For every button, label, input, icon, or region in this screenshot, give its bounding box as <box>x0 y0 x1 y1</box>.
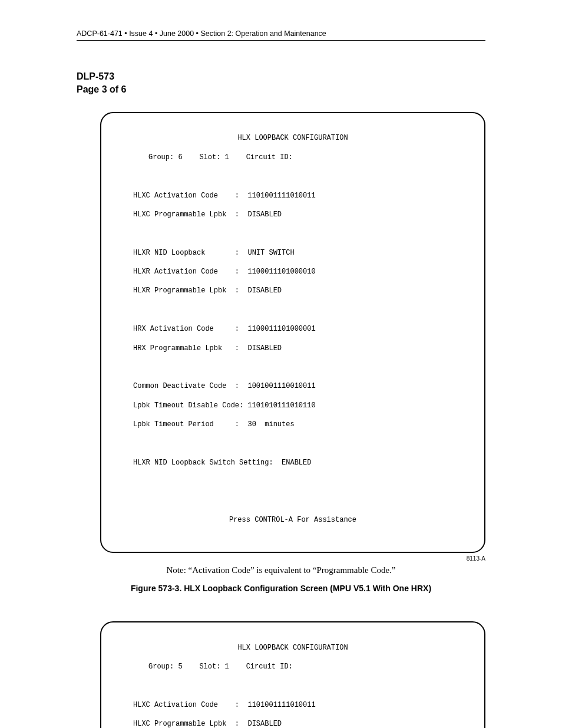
screen1-row: Lpbk Timeout Disable Code: 1101010111010… <box>115 401 470 410</box>
screen-1: HLX LOOPBACK CONFIGURATION Group: 6 Slot… <box>100 112 485 553</box>
screen1-footer: Press CONTROL-A For Assistance <box>115 515 470 525</box>
screen2-row: HLXC Programmable Lpbk : DISABLED <box>115 719 470 728</box>
screen2-title: HLX LOOPBACK CONFIGURATION <box>115 643 470 653</box>
dlp-code: DLP-573 <box>77 70 485 83</box>
doc-header: ADCP-61-471 • Issue 4 • June 2000 • Sect… <box>77 29 485 41</box>
screen1-row: HRX Programmable Lpbk : DISABLED <box>115 344 470 353</box>
screen1-title: HLX LOOPBACK CONFIGURATION <box>115 133 470 143</box>
screen1-row: HLXR Activation Code : 1100011101000010 <box>115 267 470 276</box>
screen1-sub: Group: 6 Slot: 1 Circuit ID: <box>115 153 470 162</box>
screen1-row: HLXR Programmable Lpbk : DISABLED <box>115 286 470 295</box>
screen2-sub: Group: 5 Slot: 1 Circuit ID: <box>115 662 470 671</box>
caption-1: Figure 573-3. HLX Loopback Configuration… <box>77 584 485 593</box>
screen1-row: Lpbk Timeout Period : 30 minutes <box>115 420 470 429</box>
screen1-row: HRX Activation Code : 1100011101000001 <box>115 324 470 334</box>
screen1-row: HLXR NID Loopback : UNIT SWITCH <box>115 248 470 258</box>
screen1-id: 8113-A <box>100 555 485 562</box>
screen1-row: HLXC Activation Code : 1101001111010011 <box>115 191 470 200</box>
screen2-row: HLXC Activation Code : 1101001111010011 <box>115 700 470 710</box>
dlp-page: Page 3 of 6 <box>77 83 485 96</box>
screen1-row: HLXC Programmable Lpbk : DISABLED <box>115 210 470 219</box>
note-1: Note: “Activation Code” is equivalent to… <box>77 565 485 575</box>
screen-1-wrap: HLX LOOPBACK CONFIGURATION Group: 6 Slot… <box>100 112 485 562</box>
screen-2-wrap: HLX LOOPBACK CONFIGURATION Group: 5 Slot… <box>100 621 485 728</box>
screen1-row: HLXR NID Loopback Switch Setting: ENABLE… <box>115 458 470 467</box>
dlp-block: DLP-573 Page 3 of 6 <box>77 70 485 95</box>
screen-2: HLX LOOPBACK CONFIGURATION Group: 5 Slot… <box>100 621 485 728</box>
screen1-row: Common Deactivate Code : 100100111001001… <box>115 381 470 391</box>
